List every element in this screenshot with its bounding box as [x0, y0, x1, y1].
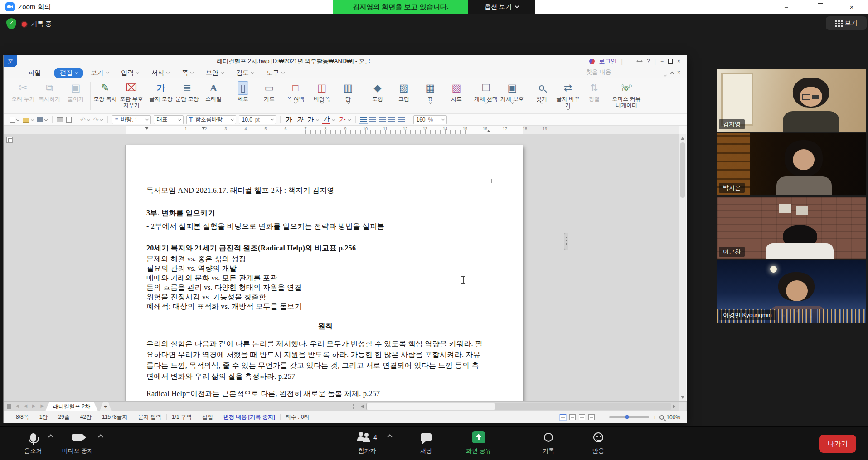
ribbon-page-portrait-button[interactable]: ▯세로 — [230, 81, 256, 102]
participant-video-2[interactable]: 박지은 — [717, 133, 866, 195]
font-select[interactable]: T함초롬바탕 — [186, 115, 236, 124]
ribbon-communicator-button[interactable]: ☏오피스 커뮤니케이터 — [611, 81, 642, 108]
pane-splitter-grip[interactable] — [564, 233, 568, 250]
ribbon-object-select-button[interactable]: ☐개체 선택 — [473, 81, 499, 103]
highlight-color-button[interactable]: 가 — [338, 116, 346, 124]
ribbon-scissors-button[interactable]: ✂오려 두기 — [10, 81, 36, 102]
menu-입력[interactable]: 입력 — [116, 68, 144, 78]
mute-button[interactable]: 음소거 — [17, 431, 49, 455]
outline-view-icon[interactable] — [579, 414, 585, 420]
zoom-in-button[interactable]: + — [653, 414, 657, 421]
left-margin-marker[interactable] — [145, 127, 149, 130]
ribbon-object-protect-button[interactable]: ▣개체 보호 — [499, 81, 525, 103]
minimize-button[interactable]: − — [776, 0, 797, 14]
zoom-percentage[interactable]: 100% — [666, 414, 680, 421]
paragraph-style-select[interactable]: ≡바탕글 — [112, 115, 151, 124]
menu-편집[interactable]: 편집 — [54, 68, 83, 78]
search-close-icon[interactable]: × — [677, 69, 680, 76]
ribbon-table-button[interactable]: ▦표 — [417, 81, 443, 103]
menu-보안[interactable]: 보안 — [200, 68, 229, 78]
record-button[interactable]: 기록 — [536, 431, 561, 455]
ribbon-master-page-button[interactable]: ◫바탕쪽 — [309, 81, 335, 103]
ribbon-resize-icon[interactable] — [637, 61, 642, 62]
preview-icon[interactable] — [66, 117, 72, 123]
menu-보기[interactable]: 보기 — [85, 68, 114, 78]
ruler-corner-box[interactable] — [6, 137, 13, 143]
document-view[interactable]: 독서모임 AND 2021.6.17. 래디컬 헬프 2차 : 책지기 김지영 … — [4, 134, 679, 401]
share-screen-button[interactable]: 화면 공유 — [461, 431, 496, 455]
tab-navigation-buttons[interactable]: ◀ ◀ ▶ ▶ — [15, 403, 46, 408]
menu-검토[interactable]: 검토 — [231, 68, 259, 78]
ribbon-picture-button[interactable]: ▨그림 — [391, 81, 417, 102]
align-left-button[interactable] — [369, 117, 376, 122]
stop-video-button[interactable]: 비디오 중지 — [58, 431, 97, 455]
vertical-scrollbar-thumb[interactable] — [680, 142, 685, 198]
underline-button[interactable]: 가 — [306, 116, 315, 124]
leave-meeting-button[interactable]: 나가기 — [819, 435, 856, 453]
undo-icon[interactable]: ↶ — [80, 116, 86, 123]
open-document-icon[interactable] — [23, 118, 29, 123]
view-options-button[interactable]: 옵션 보기 — [468, 0, 535, 14]
meeting-security-shield-icon[interactable]: ✓ — [6, 18, 16, 29]
change-tracking-status[interactable]: 변경 내용 [기록 중지] — [218, 413, 280, 421]
chat-button[interactable]: 채팅 — [413, 431, 439, 455]
ribbon-format-painter-button[interactable]: ✎모양 복사 — [92, 81, 118, 102]
text-color-button[interactable]: 가 — [322, 115, 330, 124]
ribbon-sort-button[interactable]: ⇅정렬 — [581, 81, 607, 102]
ribbon-find-button[interactable]: 찾기 — [529, 81, 555, 103]
menu-파일[interactable]: 파일 — [23, 68, 46, 78]
save-icon[interactable] — [37, 117, 43, 122]
menu-서식[interactable]: 서식 — [146, 68, 175, 78]
ribbon-char-shape-button[interactable]: 가글자 모양 — [148, 81, 174, 102]
menu-도구[interactable]: 도구 — [261, 68, 290, 78]
ribbon-replace-button[interactable]: ⇄글자 바꾸기 — [555, 81, 581, 110]
italic-button[interactable]: 가 — [296, 116, 304, 124]
ribbon-paste-button[interactable]: ▣붙이기 — [63, 81, 89, 102]
participant-video-4[interactable]: 이경민 Kyoungmin — [717, 260, 866, 323]
vertical-scrollbar[interactable] — [679, 134, 686, 401]
scroll-up-icon[interactable] — [681, 137, 684, 140]
close-button[interactable]: × — [841, 0, 862, 14]
scroll-right-icon[interactable] — [673, 405, 675, 408]
horizontal-scrollbar-thumb[interactable] — [366, 403, 495, 410]
zoom-slider[interactable] — [609, 416, 649, 418]
align-justify-button[interactable] — [360, 117, 367, 122]
search-prev-icon[interactable] — [670, 71, 674, 75]
document-page[interactable]: 독서모임 AND 2021.6.17. 래디컬 헬프 2차 : 책지기 김지영 … — [126, 145, 523, 401]
horizontal-ruler[interactable]: 12345678910111213141516171819 — [4, 126, 679, 134]
login-link[interactable]: 로그인 — [599, 57, 617, 65]
zoom-out-button[interactable]: − — [601, 414, 605, 421]
quick-search-box[interactable]: 찾을 내용 × — [585, 68, 680, 77]
participant-video-1[interactable]: 김지영 — [717, 69, 866, 132]
ribbon-chart-button[interactable]: ▧차트 — [443, 81, 470, 102]
new-tab-button[interactable]: + — [100, 402, 112, 411]
menu-쪽[interactable]: 쪽 — [176, 68, 199, 78]
scroll-left-icon[interactable] — [361, 405, 364, 408]
align-center-button[interactable] — [379, 117, 386, 122]
ribbon-shapes-button[interactable]: ◆도형 — [364, 81, 391, 102]
bookmark-icon[interactable] — [7, 404, 11, 409]
scrollbar-splitter-grip[interactable] — [353, 404, 354, 409]
mute-options-chevron-icon[interactable] — [48, 434, 53, 439]
ribbon-page-landscape-button[interactable]: ▭가로 — [256, 81, 282, 102]
reactions-button[interactable]: 반응 — [586, 431, 611, 455]
ribbon-erase-marks-button[interactable]: ⌧조판 부호 지우기 — [118, 81, 145, 108]
view-layout-button[interactable]: 보기 — [826, 16, 867, 30]
print-icon[interactable] — [57, 117, 63, 122]
hwp-restore-icon[interactable] — [668, 59, 673, 64]
ribbon-page-margin-button[interactable]: □쪽 여백 — [282, 81, 309, 103]
magnifier-icon[interactable] — [659, 415, 664, 420]
line-spacing-select[interactable]: 160% — [413, 115, 447, 124]
video-options-chevron-icon[interactable] — [98, 434, 103, 439]
help-icon[interactable]: ? — [647, 58, 650, 64]
zoom-slider-knob[interactable] — [625, 415, 629, 419]
ribbon-columns-button[interactable]: ▥단 — [335, 81, 361, 103]
participants-button[interactable]: 4 참가자 — [350, 431, 384, 455]
normal-view-icon[interactable] — [569, 414, 576, 420]
hwp-close-icon[interactable]: × — [677, 58, 680, 64]
scroll-down-icon[interactable] — [681, 396, 684, 399]
bold-button[interactable]: 가 — [285, 116, 293, 124]
page-layout-view-icon[interactable] — [560, 414, 566, 420]
search-input[interactable]: 찾을 내용 — [585, 68, 667, 77]
ribbon-copy-button[interactable]: ⧉복사하기 — [36, 81, 63, 102]
